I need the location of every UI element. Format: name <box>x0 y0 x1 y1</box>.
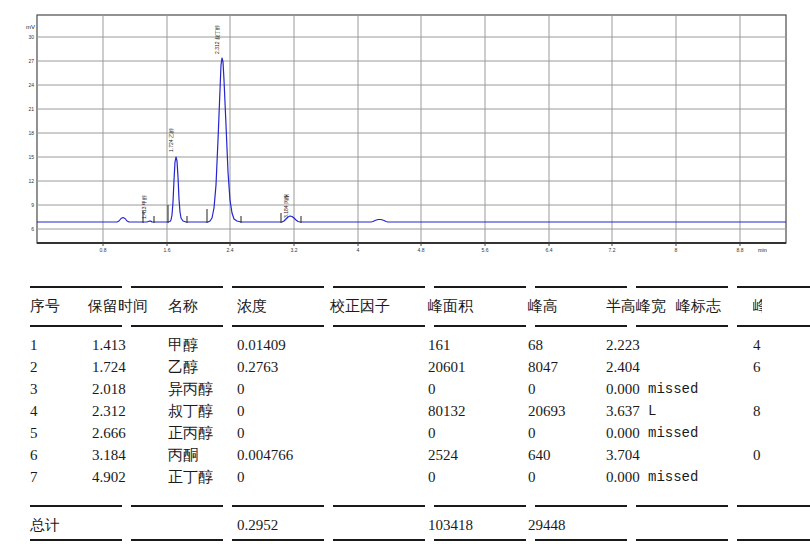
svg-text:3.2: 3.2 <box>291 247 298 253</box>
cell-retention-time: 2.018 <box>92 378 126 400</box>
cell-name: 正丙醇 <box>168 422 213 444</box>
svg-text:7.2: 7.2 <box>609 247 616 253</box>
svg-text:15: 15 <box>28 154 34 160</box>
cell-half-width: 0.000 <box>606 466 640 488</box>
cell-truncated-value: 8 <box>753 400 761 422</box>
cell-peak-height: 20693 <box>528 400 566 422</box>
chromatography-report: { "chart": { "y_axis_unit": "mV", "x_axi… <box>0 0 810 544</box>
cell-half-width: 0.000 <box>606 422 640 444</box>
cell-concentration: 0 <box>237 400 245 422</box>
cell-index: 2 <box>30 356 38 378</box>
cell-retention-time: 4.902 <box>92 466 126 488</box>
table-row: 7 4.902 正丁醇 0 0 0 0.000 missed <box>0 466 810 488</box>
header-peak-height: 峰高 <box>528 289 558 323</box>
svg-text:5.6: 5.6 <box>482 247 489 253</box>
cell-index: 4 <box>30 400 38 422</box>
svg-text:6.4: 6.4 <box>546 247 553 253</box>
cell-concentration: 0.01409 <box>237 334 286 356</box>
cell-name: 丙酮 <box>168 444 198 466</box>
table-rule-bottom <box>30 539 810 541</box>
cell-half-width: 2.404 <box>606 356 640 378</box>
header-half-height-width: 半高峰宽 <box>606 289 666 323</box>
cell-peak-flag: missed <box>648 378 698 400</box>
cell-retention-time: 2.312 <box>92 400 126 422</box>
table-rule-total <box>30 505 810 507</box>
cell-retention-time: 1.724 <box>92 356 126 378</box>
cell-index: 3 <box>30 378 38 400</box>
cell-peak-height: 0 <box>528 466 536 488</box>
svg-text:1.6: 1.6 <box>164 247 171 253</box>
table-row: 4 2.312 叔丁醇 0 80132 20693 3.637 L 8 <box>0 400 810 422</box>
x-axis-unit-label: min <box>758 247 767 253</box>
header-truncated-column: 峰 <box>753 289 762 323</box>
cell-name: 异丙醇 <box>168 378 213 400</box>
cell-peak-flag: missed <box>648 466 698 488</box>
header-peak-area: 峰面积 <box>428 289 473 323</box>
cell-half-width: 0.000 <box>606 378 640 400</box>
svg-text:24: 24 <box>28 82 34 88</box>
cell-peak-area: 0 <box>428 422 436 444</box>
cell-peak-area: 80132 <box>428 400 466 422</box>
cell-peak-height: 68 <box>528 334 543 356</box>
cell-peak-flag: missed <box>648 422 698 444</box>
cell-truncated-value: 4 <box>753 334 761 356</box>
cell-truncated-value: 0 <box>753 444 761 466</box>
header-concentration: 浓度 <box>237 289 267 323</box>
cell-index: 5 <box>30 422 38 444</box>
cell-name: 甲醇 <box>168 334 198 356</box>
cell-concentration: 0.004766 <box>237 444 293 466</box>
cell-peak-area: 2524 <box>428 444 458 466</box>
cell-concentration: 0.2763 <box>237 356 278 378</box>
peak-label-methanol: 1.413 甲醇 <box>141 195 148 219</box>
cell-index: 6 <box>30 444 38 466</box>
header-retention-time: 保留时间 <box>88 289 148 323</box>
table-rule-top <box>30 286 810 288</box>
header-correction-factor: 校正因子 <box>330 289 390 323</box>
cell-index: 7 <box>30 466 38 488</box>
cell-retention-time: 3.184 <box>92 444 126 466</box>
cell-name: 乙醇 <box>168 356 198 378</box>
cell-name: 正丁醇 <box>168 466 213 488</box>
total-label: 总计 <box>30 514 60 536</box>
chromatogram-plot: mV min 30 27 24 21 18 15 12 9 6 0.8 1.6 … <box>0 0 810 262</box>
svg-text:30: 30 <box>28 34 34 40</box>
plot-frame <box>37 15 786 243</box>
cell-index: 1 <box>30 334 38 356</box>
cell-truncated-value: 6 <box>753 356 761 378</box>
table-row: 2 1.724 乙醇 0.2763 20601 8047 2.404 6 <box>0 356 810 378</box>
svg-text:8.8: 8.8 <box>737 247 744 253</box>
cell-peak-height: 0 <box>528 378 536 400</box>
cell-concentration: 0 <box>237 378 245 400</box>
cell-concentration: 0 <box>237 422 245 444</box>
peak-label-tert-butanol: 2.312 叔丁醇 <box>214 25 221 54</box>
cell-peak-height: 8047 <box>528 356 558 378</box>
x-tick-labels: 0.8 1.6 2.4 3.2 4 4.8 5.6 6.4 7.2 8 8.8 <box>100 247 744 253</box>
y-axis-unit-label: mV <box>26 24 35 30</box>
peak-label-ethanol: 1.724 乙醇 <box>168 128 175 152</box>
svg-text:21: 21 <box>28 106 34 112</box>
cell-peak-area: 0 <box>428 466 436 488</box>
svg-text:4.8: 4.8 <box>418 247 425 253</box>
total-concentration: 0.2952 <box>237 514 278 536</box>
table-row: 1 1.413 甲醇 0.01409 161 68 2.223 4 <box>0 334 810 356</box>
table-row: 6 3.184 丙酮 0.004766 2524 640 3.704 0 <box>0 444 810 466</box>
cell-peak-height: 640 <box>528 444 551 466</box>
y-tick-labels: 30 27 24 21 18 15 12 9 6 <box>28 34 34 232</box>
cell-concentration: 0 <box>237 466 245 488</box>
svg-text:4: 4 <box>357 247 360 253</box>
chromatogram-panel: mV min 30 27 24 21 18 15 12 9 6 0.8 1.6 … <box>0 0 810 262</box>
cell-peak-area: 0 <box>428 378 436 400</box>
total-row: 总计 0.2952 103418 29448 <box>0 514 810 536</box>
svg-text:8: 8 <box>675 247 678 253</box>
signal-trace <box>37 58 786 222</box>
svg-text:6: 6 <box>31 226 34 232</box>
header-index: 序号 <box>30 289 60 323</box>
cell-peak-flag: L <box>648 400 656 422</box>
horizontal-gridlines <box>37 37 786 229</box>
total-peak-area: 103418 <box>428 514 473 536</box>
table-row: 5 2.666 正丙醇 0 0 0 0.000 missed <box>0 422 810 444</box>
cell-half-width: 2.223 <box>606 334 640 356</box>
svg-text:2.4: 2.4 <box>227 247 234 253</box>
cell-retention-time: 1.413 <box>92 334 126 356</box>
header-name: 名称 <box>168 289 198 323</box>
